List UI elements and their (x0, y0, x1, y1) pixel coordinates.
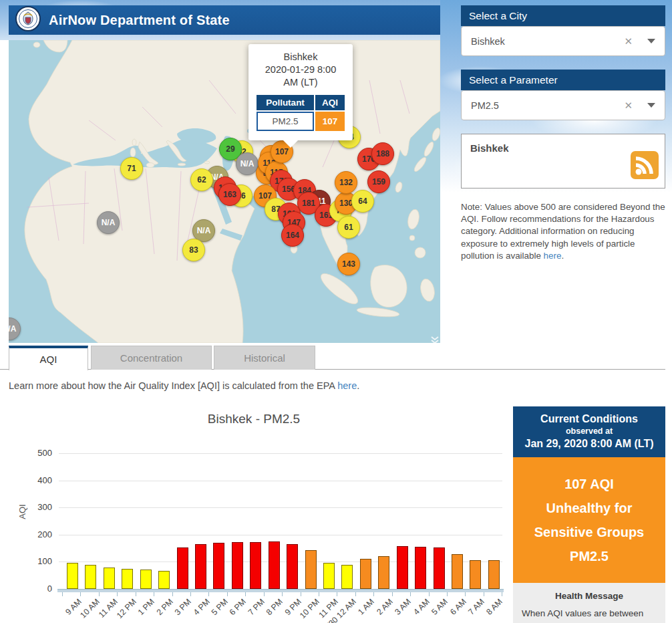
tooltip-city: Bishkek (254, 51, 347, 64)
feed-city-label: Bishkek (470, 142, 509, 154)
chart-bar (104, 568, 115, 589)
chart-x-tick (429, 592, 430, 596)
chart-x-tick (301, 592, 301, 596)
chart-x-tick-label: 7 AM (466, 597, 486, 617)
chart-x-tick (62, 592, 63, 596)
chart-x-tick (502, 592, 502, 596)
map-marker[interactable]: 188 (371, 142, 394, 165)
chart-x-tick (392, 592, 393, 596)
chart-bar (85, 565, 96, 589)
chart-bar (397, 546, 408, 589)
chart-x-tick-label: 6 PM (228, 597, 248, 617)
chart-x-tick (154, 592, 154, 596)
chart-y-tick-label: 100 (25, 556, 52, 566)
aqi-category-line2: Sensitive Groups (517, 520, 661, 544)
page-title: AirNow Department of State (49, 13, 230, 28)
chart-x-tick-label: 3 AM (393, 597, 413, 617)
aqi-bar-chart: Bishkek - PM2.5 AQI 01002003004005009 AM… (0, 401, 508, 623)
chart-x-tick-label: 1 AM (357, 597, 377, 617)
learn-more-body: Learn more about how the Air Quality Ind… (9, 380, 337, 391)
parameter-select[interactable]: PM2.5 ✕ (461, 90, 665, 120)
tooltip-aqi-header: AQI (315, 95, 345, 110)
chart-bar (213, 543, 224, 589)
observed-at-label: observed at (516, 426, 663, 437)
map-marker[interactable]: 64 (351, 190, 374, 213)
aqi-value-line: 107 AQI (517, 472, 661, 496)
map-collapse-icon[interactable] (430, 335, 440, 343)
observed-datetime: Jan 29, 2020 8:00 AM (LT) (516, 437, 663, 451)
chart-x-tick-label: 8 AM (485, 597, 505, 617)
map-marker[interactable]: 62 (190, 168, 213, 191)
chart-x-tick (373, 592, 374, 596)
map-marker[interactable]: 143 (337, 253, 360, 275)
health-message-section: Health Message When AQI values are betwe… (513, 583, 665, 623)
clear-parameter-icon[interactable]: ✕ (624, 100, 633, 112)
chart-x-tick-label: 11 AM (97, 597, 120, 620)
clear-city-icon[interactable]: ✕ (624, 35, 633, 47)
page: AirNow Department of State (0, 0, 672, 623)
chart-bar (488, 560, 500, 589)
select-parameter-header: Select a Parameter (461, 70, 665, 90)
air-quality-map[interactable]: 522971N/A62N/A36163163N/AN/A839112811311… (9, 40, 440, 343)
chart-bar (269, 541, 280, 589)
learn-more-text: Learn more about how the Air Quality Ind… (9, 380, 359, 391)
chart-x-tick (245, 592, 246, 596)
chart-y-tick-label: 400 (25, 475, 52, 485)
chart-x-tick-label: 8 PM (265, 597, 285, 617)
health-message-title: Health Message (522, 591, 657, 601)
chart-x-tick (282, 592, 283, 596)
map-markers: 522971N/A62N/A36163163N/AN/A839112811311… (9, 40, 440, 343)
city-feed-box: Bishkek (461, 134, 665, 189)
chart-y-tick-label: 0 (25, 584, 52, 594)
chart-bar (470, 560, 481, 589)
chart-title: Bishkek - PM2.5 (0, 412, 508, 426)
chevron-down-icon[interactable] (647, 103, 655, 108)
note-here-link[interactable]: here (544, 251, 562, 261)
map-marker[interactable]: 132 (335, 171, 357, 194)
chart-bar (360, 559, 371, 589)
chart-bar (177, 547, 188, 589)
map-marker[interactable]: N/A (97, 211, 120, 234)
chart-x-tick (172, 592, 173, 596)
department-of-state-seal-icon (15, 6, 41, 34)
city-select[interactable]: Bishkek ✕ (461, 26, 665, 56)
chart-x-tick (337, 592, 337, 596)
chart-x-tick-label: 4 PM (191, 597, 211, 617)
chart-bar (250, 542, 261, 589)
chart-x-tick (264, 592, 265, 596)
chart-x-tick-label: 7 PM (246, 597, 267, 617)
map-marker[interactable]: 164 (281, 224, 304, 247)
map-marker[interactable]: 83 (182, 239, 205, 261)
chart-bar (140, 570, 152, 589)
epa-here-link[interactable]: here (337, 380, 357, 391)
tooltip-date: 2020-01-29 8:00 (254, 64, 347, 76)
chevron-down-icon[interactable] (647, 39, 655, 43)
map-marker[interactable]: 159 (367, 170, 390, 193)
chart-bar (158, 571, 170, 589)
chart-x-tick (447, 592, 448, 596)
map-marker[interactable]: 71 (120, 157, 143, 180)
tab-aqi[interactable]: AQI (9, 346, 88, 370)
chart-x-tick-label: 5 AM (430, 597, 450, 617)
chart-x-tick-label: 10 AM (78, 597, 102, 620)
tab-concentration[interactable]: Concentration (91, 346, 212, 370)
chart-bar (341, 565, 353, 589)
note-period: . (561, 251, 564, 261)
rss-feed-icon[interactable] (631, 151, 659, 182)
map-marker[interactable]: 61 (337, 216, 360, 239)
chart-x-tick (410, 592, 411, 596)
chart-x-tick (190, 592, 191, 596)
tab-historical[interactable]: Historical (214, 346, 315, 370)
city-select-value: Bishkek (471, 36, 624, 47)
map-tooltip: Bishkek 2020-01-29 8:00 AM (LT) Pollutan… (248, 44, 353, 140)
chart-x-tick (117, 592, 118, 596)
map-marker[interactable]: 163 (218, 183, 241, 206)
chart-gridline (59, 507, 502, 508)
chart-x-tick-label: 2 AM (375, 597, 395, 617)
tooltip-aqi-value: 107 (315, 112, 345, 131)
map-marker[interactable]: N/A (9, 318, 21, 340)
aqi-status-banner: 107 AQI Unhealthy for Sensitive Groups P… (513, 457, 665, 583)
chart-y-tick-label: 500 (25, 448, 52, 458)
aqi-parameter-line: PM2.5 (517, 544, 661, 568)
map-marker[interactable]: N/A (236, 152, 259, 175)
